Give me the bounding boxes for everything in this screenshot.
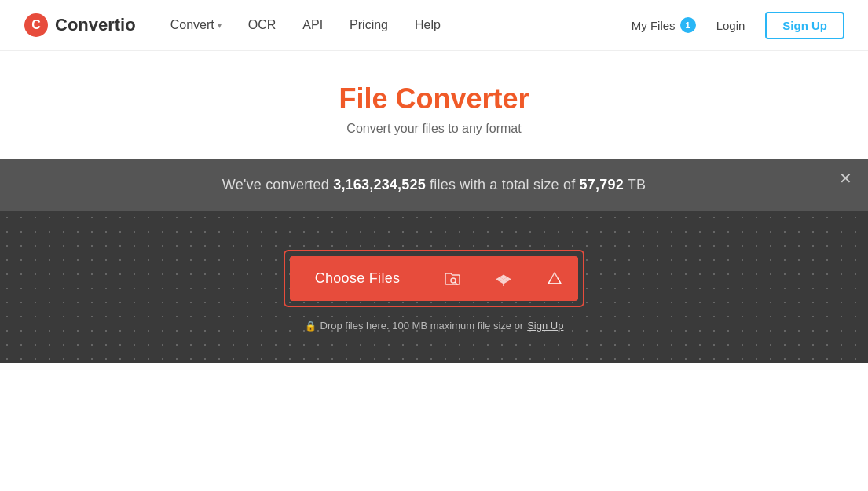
dropbox-icon (494, 269, 513, 288)
stats-bar: We've converted 3,163,234,525 files with… (0, 159, 868, 211)
drop-info: 🔒 Drop files here. 100 MB maximum file s… (305, 320, 564, 332)
signup-link[interactable]: Sign Up (527, 320, 563, 332)
my-files-button[interactable]: My Files 1 (632, 17, 696, 33)
lock-icon: 🔒 (305, 321, 317, 332)
divider (529, 263, 529, 295)
hero-subtitle: Convert your files to any format (16, 122, 852, 136)
logo-text: Convertio (55, 15, 136, 35)
divider (427, 263, 427, 295)
nav: Convert ▾ OCR API Pricing Help (159, 12, 632, 38)
choose-files-button[interactable]: Choose Files (290, 256, 426, 301)
google-drive-button[interactable] (531, 258, 578, 299)
chevron-down-icon: ▾ (218, 21, 222, 30)
svg-text:C: C (31, 18, 41, 31)
close-button[interactable]: ✕ (839, 170, 852, 186)
dropbox-button[interactable] (480, 258, 527, 299)
folder-search-icon (443, 269, 462, 288)
divider (478, 263, 478, 295)
nav-item-help[interactable]: Help (404, 12, 452, 38)
header: C Convertio Convert ▾ OCR API Pricing He… (0, 0, 868, 51)
logo[interactable]: C Convertio (24, 13, 136, 38)
nav-item-ocr[interactable]: OCR (237, 12, 288, 38)
url-source-button[interactable] (429, 258, 476, 299)
dark-section: We've converted 3,163,234,525 files with… (0, 159, 868, 363)
google-drive-icon (545, 269, 564, 288)
choose-files-wrapper: Choose Files (284, 250, 585, 307)
hero-section: File Converter Convert your files to any… (0, 51, 868, 159)
logo-icon: C (24, 13, 49, 38)
file-size: 57,792 (580, 177, 624, 192)
nav-item-convert[interactable]: Convert ▾ (159, 12, 233, 38)
file-count: 3,163,234,525 (333, 177, 426, 192)
choose-files-row: Choose Files (290, 256, 579, 301)
header-right: My Files 1 Login Sign Up (632, 12, 844, 39)
hero-title: File Converter (16, 82, 852, 115)
nav-item-api[interactable]: API (291, 12, 334, 38)
signup-button[interactable]: Sign Up (765, 12, 844, 39)
svg-point-4 (503, 284, 504, 286)
my-files-badge: 1 (680, 17, 696, 33)
login-button[interactable]: Login (709, 14, 753, 37)
nav-item-pricing[interactable]: Pricing (339, 12, 399, 38)
upload-area: Choose Files (0, 211, 868, 363)
